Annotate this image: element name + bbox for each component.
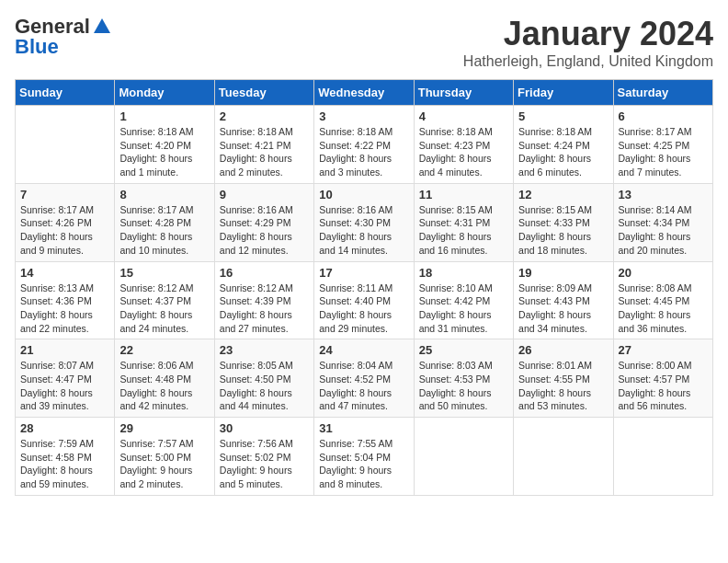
logo: General Blue bbox=[15, 15, 112, 59]
calendar-cell: 2Sunrise: 8:18 AMSunset: 4:21 PMDaylight… bbox=[214, 106, 313, 184]
cell-content: Sunrise: 8:16 AMSunset: 4:30 PMDaylight:… bbox=[319, 203, 408, 258]
calendar-cell: 6Sunrise: 8:17 AMSunset: 4:25 PMDaylight… bbox=[613, 106, 712, 184]
cell-content: Sunrise: 8:01 AMSunset: 4:55 PMDaylight:… bbox=[518, 359, 608, 413]
calendar-cell bbox=[414, 418, 513, 496]
cell-content: Sunrise: 8:18 AMSunset: 4:23 PMDaylight:… bbox=[419, 125, 508, 179]
day-number: 15 bbox=[119, 266, 209, 280]
day-number: 30 bbox=[220, 421, 309, 435]
calendar-cell: 12Sunrise: 8:15 AMSunset: 4:33 PMDayligh… bbox=[514, 183, 613, 261]
calendar-cell: 18Sunrise: 8:10 AMSunset: 4:42 PMDayligh… bbox=[414, 261, 513, 339]
cell-content: Sunrise: 8:03 AMSunset: 4:53 PMDaylight:… bbox=[419, 359, 508, 413]
calendar-cell: 10Sunrise: 8:16 AMSunset: 4:30 PMDayligh… bbox=[314, 183, 414, 261]
cell-content: Sunrise: 8:14 AMSunset: 4:34 PMDaylight:… bbox=[619, 203, 708, 258]
day-number: 22 bbox=[119, 343, 209, 357]
calendar-cell: 25Sunrise: 8:03 AMSunset: 4:53 PMDayligh… bbox=[414, 339, 513, 418]
day-number: 10 bbox=[319, 188, 408, 201]
weekday-header-monday: Monday bbox=[115, 80, 214, 106]
day-number: 11 bbox=[419, 188, 508, 201]
calendar-cell: 19Sunrise: 8:09 AMSunset: 4:43 PMDayligh… bbox=[514, 261, 613, 339]
cell-content: Sunrise: 8:07 AMSunset: 4:47 PMDaylight:… bbox=[20, 359, 109, 413]
cell-content: Sunrise: 8:13 AMSunset: 4:36 PMDaylight:… bbox=[20, 282, 109, 336]
cell-content: Sunrise: 8:00 AMSunset: 4:57 PMDaylight:… bbox=[619, 359, 708, 413]
title-block: January 2024 Hatherleigh, England, Unite… bbox=[463, 15, 713, 70]
day-number: 18 bbox=[419, 266, 508, 280]
calendar-week-row: 14Sunrise: 8:13 AMSunset: 4:36 PMDayligh… bbox=[16, 261, 713, 339]
cell-content: Sunrise: 8:18 AMSunset: 4:21 PMDaylight:… bbox=[220, 125, 309, 179]
day-number: 5 bbox=[518, 109, 608, 123]
calendar-week-row: 28Sunrise: 7:59 AMSunset: 4:58 PMDayligh… bbox=[16, 418, 713, 496]
page-header: General Blue January 2024 Hatherleigh, E… bbox=[15, 15, 713, 70]
calendar-cell: 11Sunrise: 8:15 AMSunset: 4:31 PMDayligh… bbox=[414, 183, 513, 261]
calendar-cell: 20Sunrise: 8:08 AMSunset: 4:45 PMDayligh… bbox=[613, 261, 712, 339]
day-number: 3 bbox=[319, 109, 408, 123]
calendar-week-row: 1Sunrise: 8:18 AMSunset: 4:20 PMDaylight… bbox=[16, 106, 713, 184]
weekday-header-thursday: Thursday bbox=[414, 80, 513, 106]
calendar-cell: 22Sunrise: 8:06 AMSunset: 4:48 PMDayligh… bbox=[115, 339, 214, 418]
cell-content: Sunrise: 7:57 AMSunset: 5:00 PMDaylight:… bbox=[119, 437, 209, 491]
day-number: 13 bbox=[619, 188, 708, 201]
calendar-cell: 21Sunrise: 8:07 AMSunset: 4:47 PMDayligh… bbox=[16, 339, 115, 418]
cell-content: Sunrise: 7:59 AMSunset: 4:58 PMDaylight:… bbox=[20, 437, 109, 491]
calendar-cell: 24Sunrise: 8:04 AMSunset: 4:52 PMDayligh… bbox=[314, 339, 414, 418]
cell-content: Sunrise: 7:55 AMSunset: 5:04 PMDaylight:… bbox=[319, 437, 408, 491]
day-number: 27 bbox=[619, 343, 708, 357]
calendar-body: 1Sunrise: 8:18 AMSunset: 4:20 PMDaylight… bbox=[16, 106, 713, 496]
cell-content: Sunrise: 8:17 AMSunset: 4:25 PMDaylight:… bbox=[619, 125, 708, 179]
calendar-cell: 1Sunrise: 8:18 AMSunset: 4:20 PMDaylight… bbox=[115, 106, 214, 184]
calendar-cell bbox=[613, 418, 712, 496]
calendar-cell: 14Sunrise: 8:13 AMSunset: 4:36 PMDayligh… bbox=[16, 261, 115, 339]
cell-content: Sunrise: 8:11 AMSunset: 4:40 PMDaylight:… bbox=[319, 282, 408, 336]
calendar-week-row: 21Sunrise: 8:07 AMSunset: 4:47 PMDayligh… bbox=[16, 339, 713, 418]
cell-content: Sunrise: 8:04 AMSunset: 4:52 PMDaylight:… bbox=[319, 359, 408, 413]
calendar-week-row: 7Sunrise: 8:17 AMSunset: 4:26 PMDaylight… bbox=[16, 183, 713, 261]
day-number: 2 bbox=[220, 109, 309, 123]
cell-content: Sunrise: 8:17 AMSunset: 4:26 PMDaylight:… bbox=[20, 203, 109, 258]
day-number: 9 bbox=[220, 188, 309, 201]
day-number: 6 bbox=[619, 109, 708, 123]
cell-content: Sunrise: 8:15 AMSunset: 4:33 PMDaylight:… bbox=[518, 203, 608, 258]
cell-content: Sunrise: 8:18 AMSunset: 4:24 PMDaylight:… bbox=[518, 125, 608, 179]
day-number: 14 bbox=[20, 266, 109, 280]
day-number: 4 bbox=[419, 109, 508, 123]
calendar-cell: 29Sunrise: 7:57 AMSunset: 5:00 PMDayligh… bbox=[115, 418, 214, 496]
day-number: 24 bbox=[319, 343, 408, 357]
calendar-cell: 31Sunrise: 7:55 AMSunset: 5:04 PMDayligh… bbox=[314, 418, 414, 496]
cell-content: Sunrise: 8:05 AMSunset: 4:50 PMDaylight:… bbox=[220, 359, 309, 413]
weekday-header-tuesday: Tuesday bbox=[214, 80, 313, 106]
logo-icon bbox=[92, 17, 112, 37]
cell-content: Sunrise: 8:16 AMSunset: 4:29 PMDaylight:… bbox=[220, 203, 309, 258]
logo-blue-text: Blue bbox=[15, 35, 59, 59]
calendar-cell: 9Sunrise: 8:16 AMSunset: 4:29 PMDaylight… bbox=[214, 183, 313, 261]
cell-content: Sunrise: 8:09 AMSunset: 4:43 PMDaylight:… bbox=[518, 282, 608, 336]
calendar-cell: 5Sunrise: 8:18 AMSunset: 4:24 PMDaylight… bbox=[514, 106, 613, 184]
day-number: 25 bbox=[419, 343, 508, 357]
cell-content: Sunrise: 8:10 AMSunset: 4:42 PMDaylight:… bbox=[419, 282, 508, 336]
calendar-cell: 30Sunrise: 7:56 AMSunset: 5:02 PMDayligh… bbox=[214, 418, 313, 496]
calendar-cell: 16Sunrise: 8:12 AMSunset: 4:39 PMDayligh… bbox=[214, 261, 313, 339]
calendar-cell: 7Sunrise: 8:17 AMSunset: 4:26 PMDaylight… bbox=[16, 183, 115, 261]
day-number: 23 bbox=[220, 343, 309, 357]
weekday-header-friday: Friday bbox=[514, 80, 613, 106]
weekday-header-row: SundayMondayTuesdayWednesdayThursdayFrid… bbox=[16, 80, 713, 106]
day-number: 7 bbox=[20, 188, 109, 201]
weekday-header-saturday: Saturday bbox=[613, 80, 712, 106]
calendar-cell: 27Sunrise: 8:00 AMSunset: 4:57 PMDayligh… bbox=[613, 339, 712, 418]
calendar-cell bbox=[16, 106, 115, 184]
cell-content: Sunrise: 8:18 AMSunset: 4:20 PMDaylight:… bbox=[119, 125, 209, 179]
day-number: 19 bbox=[518, 266, 608, 280]
day-number: 21 bbox=[20, 343, 109, 357]
calendar-cell: 23Sunrise: 8:05 AMSunset: 4:50 PMDayligh… bbox=[214, 339, 313, 418]
day-number: 20 bbox=[619, 266, 708, 280]
month-title: January 2024 bbox=[463, 15, 713, 53]
weekday-header-wednesday: Wednesday bbox=[314, 80, 414, 106]
calendar-header: SundayMondayTuesdayWednesdayThursdayFrid… bbox=[16, 80, 713, 106]
calendar-cell: 15Sunrise: 8:12 AMSunset: 4:37 PMDayligh… bbox=[115, 261, 214, 339]
calendar-cell: 26Sunrise: 8:01 AMSunset: 4:55 PMDayligh… bbox=[514, 339, 613, 418]
day-number: 31 bbox=[319, 421, 408, 435]
cell-content: Sunrise: 7:56 AMSunset: 5:02 PMDaylight:… bbox=[220, 437, 309, 491]
calendar-table: SundayMondayTuesdayWednesdayThursdayFrid… bbox=[15, 79, 713, 496]
day-number: 26 bbox=[518, 343, 608, 357]
location-text: Hatherleigh, England, United Kingdom bbox=[463, 53, 713, 70]
cell-content: Sunrise: 8:08 AMSunset: 4:45 PMDaylight:… bbox=[619, 282, 708, 336]
calendar-cell: 4Sunrise: 8:18 AMSunset: 4:23 PMDaylight… bbox=[414, 106, 513, 184]
